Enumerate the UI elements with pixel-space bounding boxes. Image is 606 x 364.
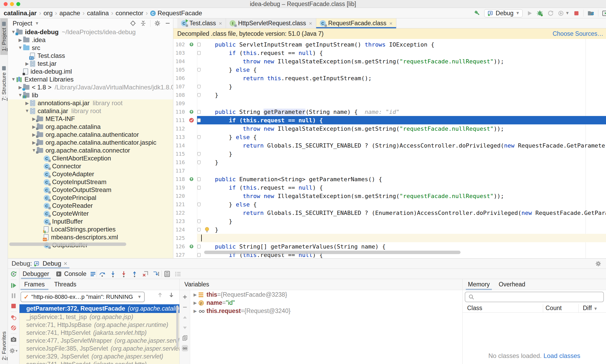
code-line[interactable]: 115 } bbox=[173, 150, 606, 158]
next-frame-icon[interactable] bbox=[168, 292, 175, 298]
move-watch-down-icon[interactable] bbox=[182, 325, 188, 331]
code-line[interactable]: 111 if (this.request == null) { bbox=[173, 116, 606, 124]
code-line[interactable]: 120 throw new IllegalStateException(sm.g… bbox=[173, 192, 606, 200]
tree-item[interactable]: LocalStrings.properties bbox=[8, 225, 173, 233]
memory-tab-memory[interactable]: Memory bbox=[467, 279, 490, 290]
remove-watch-icon[interactable] bbox=[182, 304, 188, 310]
tree-item[interactable]: CCoyotePrincipal bbox=[8, 194, 173, 202]
previous-frame-icon[interactable] bbox=[157, 292, 163, 298]
tree-item[interactable]: ▶test.jar bbox=[8, 60, 173, 68]
breadcrumb-item[interactable]: org bbox=[43, 9, 53, 17]
code-line[interactable]: 112 throw new IllegalStateException(sm.g… bbox=[173, 124, 606, 133]
layout-options-icon[interactable] bbox=[89, 270, 97, 277]
run-to-cursor-icon[interactable] bbox=[153, 270, 160, 277]
code-line[interactable]: 122 return Globals.IS_SECURITY_ENABLED ?… bbox=[173, 209, 606, 217]
restore-layout-icon[interactable] bbox=[174, 270, 181, 277]
debug-session-tab[interactable]: Debug × bbox=[33, 259, 67, 269]
override-marker-icon[interactable] bbox=[189, 177, 194, 181]
code-line[interactable]: 118 public Enumeration<String> getParame… bbox=[173, 175, 606, 183]
code-line[interactable]: 114 return Globals.IS_SECURITY_ENABLED ?… bbox=[173, 141, 606, 150]
mute-breakpoints-icon[interactable] bbox=[10, 324, 17, 331]
debug-settings-icon[interactable]: ▼ bbox=[9, 347, 18, 354]
tree-item[interactable]: ▼External Libraries bbox=[8, 75, 173, 83]
fold-marker[interactable] bbox=[197, 253, 201, 257]
variable-row[interactable]: ▶this = {RequestFacade@3238} bbox=[192, 291, 462, 299]
fold-marker[interactable] bbox=[197, 68, 201, 72]
tree-item[interactable]: Test.class bbox=[8, 52, 173, 60]
breadcrumb-item[interactable]: catalina bbox=[87, 9, 109, 17]
close-tab-icon[interactable]: × bbox=[219, 20, 222, 27]
panel-settings-gear-icon[interactable] bbox=[154, 20, 161, 27]
tree-item[interactable]: mbeans-descriptors.xml bbox=[8, 233, 173, 241]
code-line[interactable]: 117 bbox=[173, 166, 606, 175]
tree-item[interactable]: CClientAbortException bbox=[8, 154, 173, 162]
frames-scrollbar[interactable] bbox=[176, 305, 179, 347]
variable-row[interactable]: ▶pname = "id" bbox=[192, 299, 462, 307]
fold-marker[interactable] bbox=[197, 245, 201, 249]
breadcrumb-item[interactable]: connector bbox=[116, 9, 143, 17]
rerun-icon[interactable] bbox=[10, 270, 17, 277]
tree-item[interactable]: ▼lib bbox=[8, 91, 173, 99]
profile-button-icon[interactable] bbox=[547, 10, 554, 17]
code-line[interactable]: 104 throw new IllegalStateException(sm.g… bbox=[173, 57, 606, 65]
breadcrumb-item[interactable]: CRequestFacade bbox=[150, 9, 202, 17]
code-line[interactable]: 121 } else { bbox=[173, 200, 606, 209]
editor-horizontal-scrollbar[interactable] bbox=[204, 251, 461, 254]
stack-frame-row[interactable]: service:477, JspServletWrapper(org.apach… bbox=[19, 337, 179, 345]
code-line[interactable]: 123 } bbox=[173, 217, 606, 225]
frames-tab-threads[interactable]: Threads bbox=[49, 279, 81, 290]
breakpoint-verified-icon[interactable] bbox=[189, 117, 194, 123]
debug-settings-gear-icon[interactable] bbox=[595, 260, 602, 267]
fold-marker[interactable] bbox=[197, 152, 201, 156]
breadcrumb-item[interactable]: catalina.jar bbox=[4, 9, 37, 17]
tree-item[interactable]: ▼src bbox=[8, 44, 173, 52]
stack-frame-row[interactable]: _jspService:1, test_jsp(org.apache.jsp) bbox=[19, 313, 179, 321]
code-line[interactable]: 116 } bbox=[173, 158, 606, 166]
debug-view-tab-console[interactable]: Console bbox=[52, 269, 89, 279]
fold-marker[interactable] bbox=[197, 177, 201, 181]
column-header-class[interactable]: Class bbox=[467, 304, 482, 313]
move-watch-up-icon[interactable] bbox=[182, 314, 188, 321]
chevron-open-icon[interactable]: ▼ bbox=[17, 93, 23, 98]
close-tab-icon[interactable]: × bbox=[389, 20, 392, 27]
fold-marker[interactable] bbox=[197, 51, 201, 55]
override-marker-icon[interactable] bbox=[189, 244, 194, 249]
code-line[interactable]: 108 } bbox=[173, 91, 606, 99]
stripe-tab-2-favorites[interactable]: 2: Favorites bbox=[0, 328, 8, 364]
code-line[interactable]: 105 } else { bbox=[173, 65, 606, 74]
code-line[interactable]: 106 return this.request.getInputStream()… bbox=[173, 74, 606, 82]
resume-icon[interactable] bbox=[10, 282, 17, 289]
duplicate-watch-icon[interactable] bbox=[182, 335, 188, 341]
column-divider[interactable] bbox=[543, 304, 543, 313]
fold-marker[interactable] bbox=[197, 219, 201, 223]
tree-item[interactable]: ▶annotations-api.jarlibrary root bbox=[8, 99, 173, 107]
intention-bulb-icon[interactable] bbox=[204, 226, 210, 233]
code-line[interactable]: 103 if (this.request == null) { bbox=[173, 49, 606, 57]
stack-frame-row[interactable]: service:329, JspServlet(org.apache.jaspe… bbox=[19, 352, 179, 360]
tree-item[interactable]: ▼catalina.jarlibrary root bbox=[8, 107, 173, 115]
stack-frame-row[interactable]: service:741, HttpServlet(jakarta.servlet… bbox=[19, 329, 179, 337]
column-header-count[interactable]: Count bbox=[546, 304, 562, 313]
stack-frame-row[interactable]: serviceJspFile:385, JspServlet(org.apach… bbox=[19, 345, 179, 352]
editor-tab-requestfacade-class[interactable]: CRequestFacade.class× bbox=[316, 18, 396, 28]
tree-item[interactable]: CCoyoteOutputStream bbox=[8, 186, 173, 194]
frames-tab-frames[interactable]: Frames bbox=[19, 279, 49, 290]
tree-item[interactable]: CCoyoteWriter bbox=[8, 210, 173, 218]
collapse-all-icon[interactable] bbox=[140, 20, 147, 27]
tree-item[interactable]: CInputBuffer bbox=[8, 218, 173, 225]
code-line[interactable]: 109 bbox=[173, 99, 606, 108]
thread-dump-icon[interactable] bbox=[10, 336, 17, 343]
show-watches-icon[interactable] bbox=[182, 345, 188, 351]
project-structure-icon[interactable] bbox=[587, 10, 594, 17]
run-config-selector[interactable]: Debug▼ bbox=[484, 9, 523, 17]
editor-tab-httpservletrequest-class[interactable]: IHttpServletRequest.class× bbox=[226, 18, 316, 28]
code-line[interactable]: 119 if (this.request == null) { bbox=[173, 183, 606, 192]
column-header-diff[interactable]: Diff ▼ bbox=[583, 304, 598, 313]
locate-file-icon[interactable] bbox=[130, 20, 136, 27]
fold-marker[interactable] bbox=[197, 110, 201, 114]
chevron-closed-icon[interactable]: ▶ bbox=[192, 292, 199, 297]
debug-button-icon[interactable] bbox=[537, 10, 544, 17]
chevron-closed-icon[interactable]: ▶ bbox=[24, 100, 30, 106]
stack-frame-row[interactable]: service:741, HttpServlet(jakarta.servlet… bbox=[19, 360, 179, 364]
override-marker-icon[interactable] bbox=[189, 109, 194, 114]
